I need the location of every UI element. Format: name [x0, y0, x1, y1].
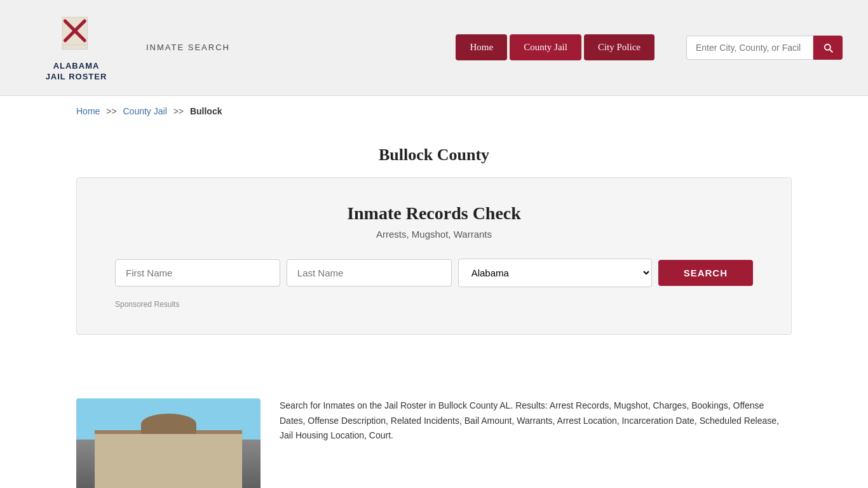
home-nav-button[interactable]: Home — [456, 34, 507, 60]
search-icon — [822, 42, 834, 53]
page-title: Bullock County — [0, 146, 868, 165]
sponsored-label: Sponsored Results — [115, 300, 753, 309]
records-check-title: Inmate Records Check — [115, 203, 753, 224]
description-text: Search for Inmates on the Jail Roster in… — [280, 398, 792, 488]
logo-text: ALABAMAJAIL ROSTER — [46, 61, 107, 83]
page-title-area: Bullock County — [0, 126, 868, 177]
county-jail-nav-button[interactable]: County Jail — [510, 34, 581, 60]
breadcrumb-county-jail-link[interactable]: County Jail — [123, 106, 167, 116]
records-check-subtitle: Arrests, Mugshot, Warrants — [115, 229, 753, 240]
records-check-box: Inmate Records Check Arrests, Mugshot, W… — [76, 177, 792, 335]
alabama-logo-icon — [54, 13, 98, 57]
breadcrumb-current: Bullock — [190, 106, 222, 116]
last-name-input[interactable] — [287, 259, 452, 287]
breadcrumb-separator-1: >> — [106, 106, 116, 116]
state-select[interactable]: AlabamaAlaskaArizonaArkansasCaliforniaCo… — [458, 259, 652, 287]
inmate-search-form: AlabamaAlaskaArizonaArkansasCaliforniaCo… — [115, 259, 753, 287]
building-image — [76, 398, 261, 488]
breadcrumb-separator-2: >> — [173, 106, 184, 116]
inmate-search-button[interactable]: SEARCH — [658, 260, 753, 286]
logo-area: ALABAMAJAIL ROSTER — [25, 13, 127, 83]
header-search-button[interactable] — [813, 36, 843, 60]
main-content: Inmate Records Check Arrests, Mugshot, W… — [0, 177, 868, 379]
bottom-section: Search for Inmates on the Jail Roster in… — [0, 379, 868, 488]
svg-rect-3 — [62, 45, 87, 50]
breadcrumb: Home >> County Jail >> Bullock — [0, 96, 868, 126]
main-nav: Home County Jail City Police — [456, 34, 654, 60]
header: ALABAMAJAIL ROSTER INMATE SEARCH Home Co… — [0, 0, 868, 96]
header-search-input[interactable] — [686, 36, 813, 60]
header-search-bar — [686, 36, 843, 60]
first-name-input[interactable] — [115, 259, 280, 287]
inmate-search-label: INMATE SEARCH — [146, 43, 230, 52]
breadcrumb-home-link[interactable]: Home — [76, 106, 100, 116]
city-police-nav-button[interactable]: City Police — [584, 34, 654, 60]
